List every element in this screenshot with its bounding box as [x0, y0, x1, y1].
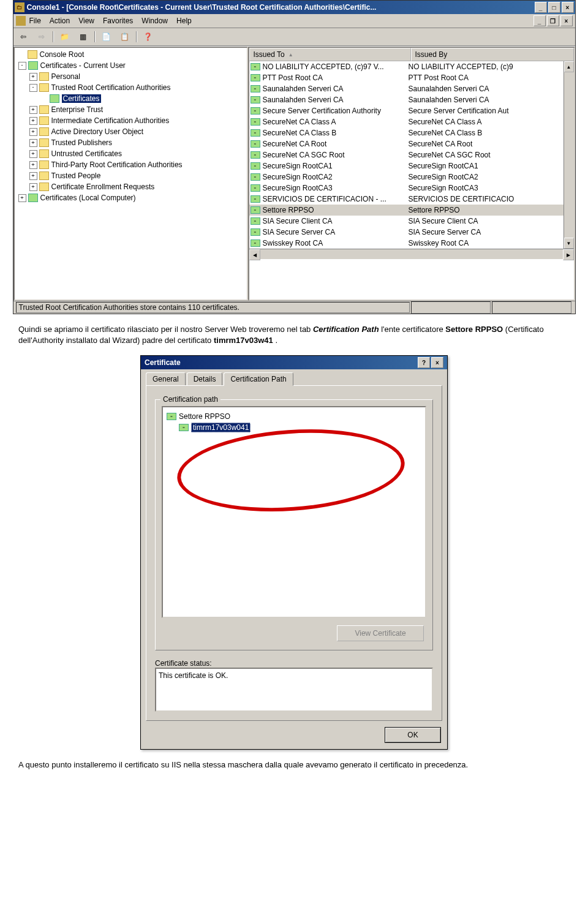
tree-node[interactable]: -Certificates - Current User: [16, 60, 246, 71]
dialog-titlebar[interactable]: Certificate ? ×: [141, 356, 447, 369]
table-row[interactable]: ≈SecureSign RootCA2SecureSign RootCA2: [249, 171, 564, 183]
export-list-icon[interactable]: 📋: [118, 30, 132, 43]
table-row[interactable]: ≈SecureNet CA RootSecureNet CA Root: [249, 138, 564, 149]
tree-expander-icon[interactable]: +: [29, 106, 37, 114]
child-restore-button[interactable]: ❐: [547, 15, 559, 26]
table-row[interactable]: ≈SecureNet CA SGC RootSecureNet CA SGC R…: [249, 149, 564, 160]
scroll-up-icon[interactable]: ▲: [564, 61, 574, 72]
certificate-store-icon: [50, 94, 59, 103]
table-row[interactable]: ≈SIA Secure Server CASIA Secure Server C…: [249, 227, 564, 238]
mmc-titlebar[interactable]: 🗀 Console1 - [Console Root\Certificates …: [13, 1, 575, 14]
column-header-issued-to[interactable]: Issued To ▲: [249, 48, 411, 61]
folder-icon: [39, 83, 49, 92]
column-header-issued-by[interactable]: Issued By: [411, 48, 574, 61]
table-row[interactable]: ≈Saunalahden Serveri CASaunalahden Serve…: [249, 83, 564, 94]
show-hide-tree-icon[interactable]: ▦: [76, 30, 91, 43]
mmc-title: Console1 - [Console Root\Certificates - …: [27, 3, 377, 12]
menu-favorites[interactable]: Favorites: [103, 17, 133, 25]
child-close-button[interactable]: ×: [560, 15, 573, 26]
tab-details[interactable]: Details: [187, 372, 223, 386]
tree-expander-icon[interactable]: +: [29, 128, 37, 136]
dialog-title: Certificate: [145, 358, 181, 367]
folder-icon: [39, 72, 49, 81]
table-row[interactable]: ≈SIA Secure Client CASIA Secure Client C…: [249, 216, 564, 227]
certificate-icon: ≈: [251, 173, 260, 181]
menu-file[interactable]: File: [29, 17, 41, 25]
certification-path-tree[interactable]: ≈Settore RPPSO≈timrm17v03w041: [162, 406, 426, 618]
tree-expander-icon[interactable]: +: [29, 183, 37, 191]
paragraph-2: A questo punto installeremo il certifica…: [18, 759, 570, 770]
child-minimize-button[interactable]: _: [533, 15, 546, 26]
vertical-scrollbar[interactable]: ▲ ▼: [564, 61, 574, 249]
menu-help[interactable]: Help: [176, 17, 192, 25]
tree-expander-icon[interactable]: +: [29, 73, 37, 81]
tree-node[interactable]: +Trusted People: [16, 170, 246, 181]
scroll-left-icon[interactable]: ◀: [249, 249, 260, 260]
tab-certification-path[interactable]: Certification Path: [224, 372, 293, 386]
table-row[interactable]: ≈PTT Post Root CAPTT Post Root CA: [249, 72, 564, 83]
tree-node[interactable]: +Active Directory User Object: [16, 126, 246, 137]
close-button[interactable]: ×: [562, 2, 574, 13]
tree-expander-icon[interactable]: +: [29, 139, 37, 147]
tree-expander-icon[interactable]: +: [29, 117, 37, 125]
certificate-icon: ≈: [251, 107, 260, 115]
table-row[interactable]: ≈SecureSign RootCA1SecureSign RootCA1: [249, 160, 564, 171]
tree-expander-icon[interactable]: -: [18, 62, 26, 70]
tree-node[interactable]: +Certificate Enrollment Requests: [16, 181, 246, 192]
context-help-button[interactable]: ?: [418, 357, 430, 368]
up-folder-icon[interactable]: 📁: [58, 30, 72, 43]
tree-node[interactable]: +Enterprise Trust: [16, 104, 246, 115]
tree-expander-icon[interactable]: +: [18, 194, 26, 202]
certification-path-group: Certification path ≈Settore RPPSO≈timrm1…: [155, 399, 433, 650]
table-row[interactable]: ≈Saunalahden Serveri CASaunalahden Serve…: [249, 94, 564, 105]
menu-view[interactable]: View: [78, 17, 94, 25]
table-row[interactable]: ≈Swisskey Root CASwisskey Root CA: [249, 238, 564, 249]
table-row[interactable]: ≈SERVICIOS DE CERTIFICACION - ...SERVICI…: [249, 194, 564, 205]
status-text: Trusted Root Certification Authorities s…: [16, 302, 410, 313]
tree-node[interactable]: -Trusted Root Certification Authorities: [16, 82, 246, 93]
refresh-icon[interactable]: 📄: [99, 30, 114, 43]
tree-node[interactable]: Console Root: [16, 49, 246, 60]
tree-expander-icon[interactable]: -: [29, 84, 37, 92]
help-icon[interactable]: ❓: [141, 30, 156, 43]
tree-pane[interactable]: Console Root-Certificates - Current User…: [13, 47, 248, 301]
table-row[interactable]: ≈Settore RPPSOSettore RPPSO: [249, 205, 564, 216]
certificate-list[interactable]: ≈NO LIABILITY ACCEPTED, (c)97 V...NO LIA…: [249, 61, 564, 249]
maximize-button[interactable]: □: [548, 2, 560, 13]
table-row[interactable]: ≈Secure Server Certification AuthoritySe…: [249, 105, 564, 116]
tree-node[interactable]: Certificates: [16, 93, 246, 104]
path-node[interactable]: ≈timrm17v03w041: [167, 422, 421, 433]
tree-node[interactable]: +Intermediate Certification Authorities: [16, 115, 246, 126]
table-row[interactable]: ≈SecureNet CA Class BSecureNet CA Class …: [249, 127, 564, 138]
tree-node[interactable]: +Third-Party Root Certification Authorit…: [16, 159, 246, 170]
table-row[interactable]: ≈SecureNet CA Class ASecureNet CA Class …: [249, 116, 564, 127]
tree-node[interactable]: +Personal: [16, 71, 246, 82]
scroll-down-icon[interactable]: ▼: [564, 238, 574, 249]
forward-arrow-icon[interactable]: ⇨: [34, 30, 49, 43]
horizontal-scrollbar[interactable]: ◀ ▶: [249, 249, 574, 259]
table-row[interactable]: ≈SecureSign RootCA3SecureSign RootCA3: [249, 183, 564, 194]
menu-action[interactable]: Action: [50, 17, 70, 25]
path-label: timrm17v03w041: [191, 423, 251, 432]
status-panel-2: [411, 301, 491, 314]
tree-expander-icon[interactable]: +: [29, 172, 37, 180]
table-row[interactable]: ≈NO LIABILITY ACCEPTED, (c)97 V...NO LIA…: [249, 61, 564, 72]
mmc-window: 🗀 Console1 - [Console Root\Certificates …: [13, 0, 576, 314]
certificate-icon: ≈: [251, 184, 260, 192]
minimize-button[interactable]: _: [535, 2, 547, 13]
dialog-close-button[interactable]: ×: [431, 357, 443, 368]
tree-label: Certificates: [62, 94, 101, 103]
tree-expander-icon[interactable]: +: [29, 150, 37, 158]
tree-node[interactable]: +Untrusted Certificates: [16, 148, 246, 159]
certificate-icon: ≈: [251, 239, 260, 247]
tab-general[interactable]: General: [146, 372, 186, 386]
back-arrow-icon[interactable]: ⇦: [16, 30, 31, 43]
path-node[interactable]: ≈Settore RPPSO: [167, 411, 421, 422]
scroll-right-icon[interactable]: ▶: [563, 249, 574, 260]
ok-button[interactable]: OK: [385, 727, 441, 743]
tree-expander-icon[interactable]: +: [29, 161, 37, 169]
tree-node[interactable]: +Trusted Publishers: [16, 137, 246, 148]
certificate-icon: ≈: [167, 413, 176, 420]
menu-window[interactable]: Window: [141, 17, 168, 25]
tree-node[interactable]: +Certificates (Local Computer): [16, 192, 246, 203]
